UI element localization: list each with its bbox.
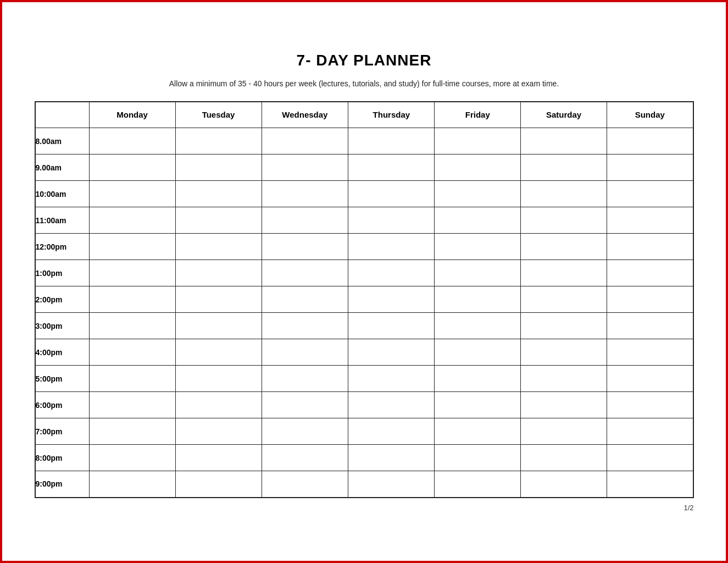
schedule-cell[interactable] xyxy=(262,471,348,498)
schedule-cell[interactable] xyxy=(607,313,693,339)
schedule-cell[interactable] xyxy=(520,260,607,286)
schedule-cell[interactable] xyxy=(175,418,262,445)
schedule-cell[interactable] xyxy=(348,339,435,366)
schedule-cell[interactable] xyxy=(607,392,693,418)
schedule-cell[interactable] xyxy=(175,366,262,392)
schedule-cell[interactable] xyxy=(348,313,435,339)
schedule-cell[interactable] xyxy=(435,366,521,392)
schedule-cell[interactable] xyxy=(175,260,262,286)
schedule-cell[interactable] xyxy=(348,286,435,313)
schedule-cell[interactable] xyxy=(175,286,262,313)
schedule-cell[interactable] xyxy=(607,339,693,366)
schedule-cell[interactable] xyxy=(262,286,348,313)
schedule-cell[interactable] xyxy=(348,418,435,445)
schedule-cell[interactable] xyxy=(175,392,262,418)
schedule-cell[interactable] xyxy=(607,260,693,286)
schedule-cell[interactable] xyxy=(262,154,348,181)
schedule-cell[interactable] xyxy=(607,128,693,154)
schedule-cell[interactable] xyxy=(175,128,262,154)
schedule-cell[interactable] xyxy=(348,207,435,234)
schedule-cell[interactable] xyxy=(175,313,262,339)
schedule-cell[interactable] xyxy=(262,313,348,339)
schedule-cell[interactable] xyxy=(89,234,175,260)
schedule-cell[interactable] xyxy=(520,445,607,471)
schedule-cell[interactable] xyxy=(607,418,693,445)
schedule-cell[interactable] xyxy=(262,339,348,366)
schedule-cell[interactable] xyxy=(175,471,262,498)
schedule-cell[interactable] xyxy=(435,234,521,260)
schedule-cell[interactable] xyxy=(435,471,521,498)
schedule-cell[interactable] xyxy=(520,339,607,366)
schedule-cell[interactable] xyxy=(89,366,175,392)
schedule-cell[interactable] xyxy=(262,445,348,471)
schedule-cell[interactable] xyxy=(435,181,521,207)
schedule-cell[interactable] xyxy=(348,154,435,181)
schedule-cell[interactable] xyxy=(175,234,262,260)
schedule-cell[interactable] xyxy=(435,128,521,154)
schedule-cell[interactable] xyxy=(435,418,521,445)
schedule-cell[interactable] xyxy=(435,154,521,181)
schedule-cell[interactable] xyxy=(435,260,521,286)
schedule-cell[interactable] xyxy=(89,181,175,207)
schedule-cell[interactable] xyxy=(348,445,435,471)
schedule-cell[interactable] xyxy=(89,286,175,313)
schedule-cell[interactable] xyxy=(89,471,175,498)
schedule-cell[interactable] xyxy=(262,392,348,418)
schedule-cell[interactable] xyxy=(435,286,521,313)
schedule-cell[interactable] xyxy=(348,471,435,498)
schedule-cell[interactable] xyxy=(607,366,693,392)
schedule-cell[interactable] xyxy=(89,207,175,234)
schedule-cell[interactable] xyxy=(348,181,435,207)
schedule-cell[interactable] xyxy=(348,366,435,392)
schedule-cell[interactable] xyxy=(175,207,262,234)
schedule-cell[interactable] xyxy=(262,128,348,154)
header-time xyxy=(35,102,90,128)
schedule-cell[interactable] xyxy=(607,471,693,498)
schedule-cell[interactable] xyxy=(175,339,262,366)
schedule-cell[interactable] xyxy=(607,286,693,313)
schedule-cell[interactable] xyxy=(607,445,693,471)
schedule-cell[interactable] xyxy=(348,260,435,286)
schedule-cell[interactable] xyxy=(175,181,262,207)
schedule-cell[interactable] xyxy=(89,392,175,418)
schedule-cell[interactable] xyxy=(520,366,607,392)
schedule-cell[interactable] xyxy=(89,154,175,181)
schedule-cell[interactable] xyxy=(262,418,348,445)
schedule-cell[interactable] xyxy=(262,234,348,260)
schedule-cell[interactable] xyxy=(89,418,175,445)
schedule-cell[interactable] xyxy=(520,128,607,154)
schedule-cell[interactable] xyxy=(520,471,607,498)
schedule-cell[interactable] xyxy=(520,207,607,234)
schedule-cell[interactable] xyxy=(175,154,262,181)
schedule-cell[interactable] xyxy=(262,181,348,207)
schedule-cell[interactable] xyxy=(262,366,348,392)
schedule-cell[interactable] xyxy=(262,207,348,234)
schedule-cell[interactable] xyxy=(348,392,435,418)
header-monday: Monday xyxy=(89,102,175,128)
schedule-cell[interactable] xyxy=(435,207,521,234)
schedule-cell[interactable] xyxy=(520,154,607,181)
schedule-cell[interactable] xyxy=(520,181,607,207)
schedule-cell[interactable] xyxy=(520,392,607,418)
schedule-cell[interactable] xyxy=(520,234,607,260)
schedule-cell[interactable] xyxy=(435,339,521,366)
schedule-cell[interactable] xyxy=(89,128,175,154)
schedule-cell[interactable] xyxy=(520,418,607,445)
schedule-cell[interactable] xyxy=(435,392,521,418)
schedule-cell[interactable] xyxy=(348,234,435,260)
schedule-cell[interactable] xyxy=(89,445,175,471)
schedule-cell[interactable] xyxy=(89,313,175,339)
schedule-cell[interactable] xyxy=(607,234,693,260)
schedule-cell[interactable] xyxy=(435,445,521,471)
schedule-cell[interactable] xyxy=(262,260,348,286)
schedule-cell[interactable] xyxy=(89,260,175,286)
schedule-cell[interactable] xyxy=(435,313,521,339)
schedule-cell[interactable] xyxy=(348,128,435,154)
schedule-cell[interactable] xyxy=(607,181,693,207)
schedule-cell[interactable] xyxy=(175,445,262,471)
schedule-cell[interactable] xyxy=(520,286,607,313)
schedule-cell[interactable] xyxy=(520,313,607,339)
schedule-cell[interactable] xyxy=(89,339,175,366)
schedule-cell[interactable] xyxy=(607,154,693,181)
schedule-cell[interactable] xyxy=(607,207,693,234)
